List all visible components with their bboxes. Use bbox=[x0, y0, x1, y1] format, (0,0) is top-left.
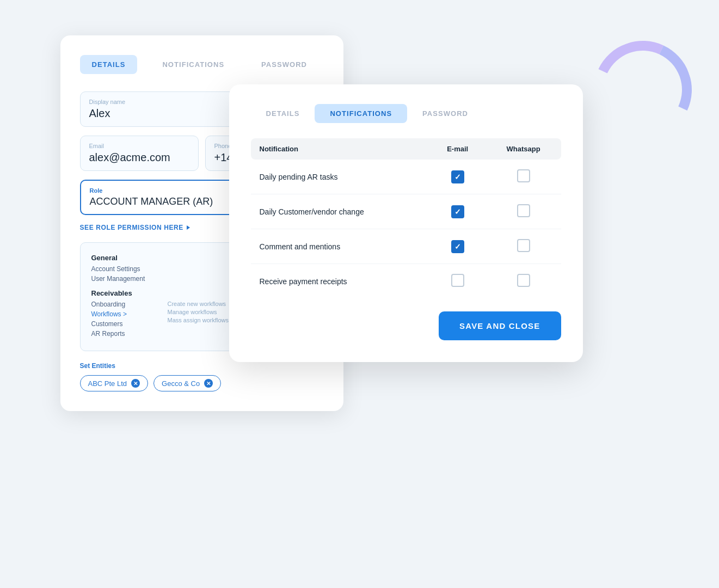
entity-abc-remove-icon[interactable]: ✕ bbox=[131, 379, 140, 388]
row1-whatsapp-checkbox[interactable] bbox=[517, 169, 530, 182]
tab-password-notif[interactable]: PASSWORD bbox=[407, 104, 483, 123]
col-whatsapp: Whatsapp bbox=[486, 138, 561, 160]
tab-notifications-bg[interactable]: NOTIFICATIONS bbox=[150, 55, 236, 74]
row4-whatsapp-checkbox[interactable] bbox=[517, 274, 530, 287]
email-label: Email bbox=[89, 143, 189, 149]
col-email: E-mail bbox=[429, 138, 486, 160]
entity-tag-abc[interactable]: ABC Pte Ltd ✕ bbox=[80, 375, 149, 391]
table-row: Comment and mentions bbox=[251, 229, 561, 264]
see-role-arrow-icon bbox=[187, 225, 190, 230]
entity-gecco-text: Gecco & Co bbox=[162, 379, 200, 388]
row2-email-checkbox[interactable] bbox=[451, 205, 464, 218]
entity-abc-text: ABC Pte Ltd bbox=[88, 379, 127, 388]
notifications-table: Notification E-mail Whatsapp Daily pendi… bbox=[251, 138, 561, 298]
tab-password-bg[interactable]: PASSWORD bbox=[249, 55, 319, 74]
perm-workflows-link[interactable]: Workflows > bbox=[91, 310, 157, 318]
row4-label: Receive payment receipts bbox=[251, 264, 429, 299]
entity-tag-gecco[interactable]: Gecco & Co ✕ bbox=[153, 375, 221, 391]
email-value: alex@acme.com bbox=[89, 151, 189, 164]
entity-tags: ABC Pte Ltd ✕ Gecco & Co ✕ bbox=[80, 375, 324, 391]
perm-ar-reports: AR Reports bbox=[91, 330, 157, 338]
table-row: Receive payment receipts bbox=[251, 264, 561, 299]
row4-whatsapp-cell[interactable] bbox=[486, 264, 561, 299]
tab-notifications-active[interactable]: NOTIFICATIONS bbox=[315, 104, 407, 123]
row3-label: Comment and mentions bbox=[251, 229, 429, 264]
table-row: Daily Customer/vendor change bbox=[251, 194, 561, 229]
row1-label: Daily pending AR tasks bbox=[251, 160, 429, 194]
row3-email-checkbox[interactable] bbox=[451, 240, 464, 253]
row4-email-cell[interactable] bbox=[429, 264, 486, 299]
notifications-table-header: Notification E-mail Whatsapp bbox=[251, 138, 561, 160]
row2-label: Daily Customer/vendor change bbox=[251, 194, 429, 229]
perm-customers: Customers bbox=[91, 320, 157, 328]
row1-email-cell[interactable] bbox=[429, 160, 486, 194]
row3-whatsapp-checkbox[interactable] bbox=[517, 239, 530, 252]
tab-details[interactable]: DETAILS bbox=[80, 55, 138, 74]
table-row: Daily pending AR tasks bbox=[251, 160, 561, 194]
tab-details-notif[interactable]: DETAILS bbox=[251, 104, 315, 123]
details-tabs-row: DETAILS NOTIFICATIONS PASSWORD bbox=[80, 55, 324, 74]
row1-whatsapp-cell[interactable] bbox=[486, 160, 561, 194]
save-close-container: SAVE AND CLOSE bbox=[251, 303, 561, 340]
row2-email-cell[interactable] bbox=[429, 194, 486, 229]
see-role-permission-text: SEE ROLE PERMISSION HERE bbox=[80, 224, 183, 231]
perm-onboarding: Onboarding bbox=[91, 301, 157, 308]
row4-email-checkbox[interactable] bbox=[451, 274, 464, 287]
perm-col-left: Onboarding Workflows > Customers AR Repo… bbox=[91, 301, 157, 340]
notifications-card: DETAILS NOTIFICATIONS PASSWORD Notificat… bbox=[229, 84, 583, 362]
row3-whatsapp-cell[interactable] bbox=[486, 229, 561, 264]
row3-email-cell[interactable] bbox=[429, 229, 486, 264]
save-and-close-button[interactable]: SAVE AND CLOSE bbox=[439, 311, 561, 340]
set-entities-label: Set Entities bbox=[80, 362, 324, 370]
row2-whatsapp-cell[interactable] bbox=[486, 194, 561, 229]
col-notification: Notification bbox=[251, 138, 429, 160]
purple-arc-decoration bbox=[580, 27, 705, 153]
entity-gecco-remove-icon[interactable]: ✕ bbox=[204, 379, 213, 388]
row2-whatsapp-checkbox[interactable] bbox=[517, 204, 530, 217]
notifications-table-body: Daily pending AR tasks Daily Customer/ve… bbox=[251, 160, 561, 298]
row1-email-checkbox[interactable] bbox=[451, 170, 464, 183]
email-field[interactable]: Email alex@acme.com bbox=[80, 136, 199, 171]
notifications-tabs-row: DETAILS NOTIFICATIONS PASSWORD bbox=[251, 104, 561, 123]
